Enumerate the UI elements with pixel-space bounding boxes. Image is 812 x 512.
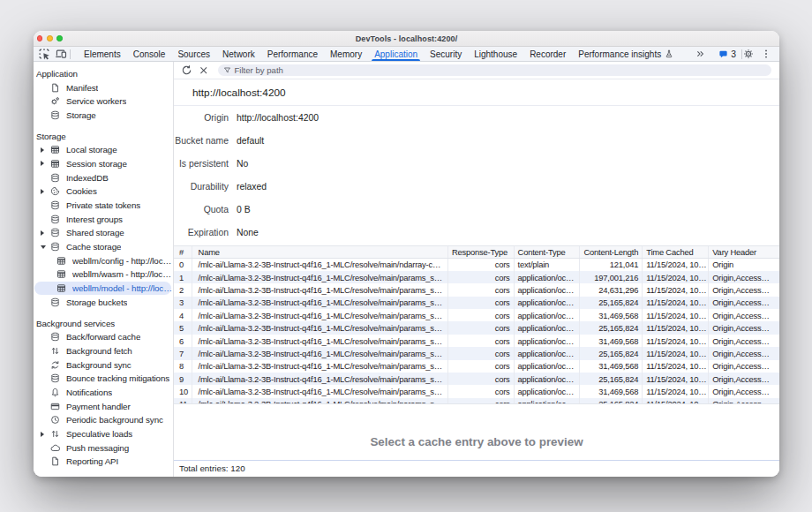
settings-gear-button[interactable] — [743, 49, 754, 59]
column-header-index[interactable]: # — [174, 246, 192, 258]
sidebar-item[interactable]: Cookies — [34, 184, 173, 199]
chevron-right-icon[interactable] — [41, 147, 44, 153]
panel-tab[interactable]: Network — [216, 47, 261, 61]
close-window-button[interactable] — [37, 35, 42, 41]
filter-input[interactable]: Filter by path — [218, 64, 772, 76]
panel-tab[interactable]: Performance insights — [572, 47, 680, 61]
panel-tab[interactable]: Application — [368, 47, 424, 61]
cell-content-type: application/oc… — [515, 283, 581, 296]
cache-entry-row[interactable]: 10 /mlc-ai/Llama-3.2-3B-Instruct-q4f16_1… — [174, 385, 779, 397]
sidebar-item[interactable]: webllm/config - http://loc… — [34, 253, 173, 267]
sidebar-item[interactable]: Session storage — [34, 157, 173, 171]
sidebar-item[interactable]: Cache storage — [34, 240, 173, 254]
sidebar-item[interactable]: Notifications — [34, 386, 173, 400]
sidebar-item[interactable]: Storage buckets — [34, 296, 173, 310]
cell-time-cached: 11/15/2024, 10… — [643, 373, 709, 385]
chevron-down-icon[interactable] — [41, 245, 46, 249]
column-header-name[interactable]: Name — [192, 246, 448, 258]
cache-storage-panel: Filter by path http://localhost:4200 Ori… — [174, 62, 779, 477]
sidebar-item-label: Storage — [66, 110, 96, 120]
sidebar-item[interactable]: Shared storage — [34, 226, 173, 240]
table-icon — [50, 145, 60, 154]
device-toolbar-button[interactable] — [55, 48, 67, 60]
cache-entry-row[interactable]: 0 /mlc-ai/Llama-3.2-3B-Instruct-q4f16_1-… — [174, 259, 779, 271]
panel-tab-label: Memory — [330, 49, 362, 59]
sidebar-item[interactable]: webllm/model - http://loc… — [34, 282, 173, 296]
cell-name: /mlc-ai/Llama-3.2-3B-Instruct-q4f16_1-ML… — [192, 398, 448, 403]
panel-tab[interactable]: Memory — [324, 47, 368, 61]
sidebar-item[interactable]: Bounce tracking mitigations — [34, 372, 173, 386]
sidebar-item[interactable]: Speculative loads — [34, 427, 173, 441]
sidebar-item-label: Periodic background sync — [66, 415, 163, 425]
sidebar-item[interactable]: Periodic background sync — [34, 413, 173, 427]
cell-time-cached: 11/15/2024, 10… — [643, 283, 709, 296]
cell-vary-header: Origin,Access… — [709, 360, 779, 373]
sidebar-item[interactable]: Service workers — [34, 94, 173, 109]
document-icon — [50, 83, 60, 93]
cell-response-type: cors — [448, 297, 515, 309]
chevron-right-icon[interactable] — [41, 189, 44, 194]
panel-tab[interactable]: Elements — [78, 47, 127, 61]
sidebar-item[interactable]: Local storage — [34, 143, 173, 157]
panel-tab[interactable]: Sources — [171, 47, 216, 61]
cache-entry-row[interactable]: 11 /mlc-ai/Llama-3.2-3B-Instruct-q4f16_1… — [174, 398, 779, 403]
sidebar-item[interactable]: Payment handler — [34, 399, 173, 413]
cache-entry-row[interactable]: 1 /mlc-ai/Llama-3.2-3B-Instruct-q4f16_1-… — [174, 271, 779, 283]
cache-entry-row[interactable]: 8 /mlc-ai/Llama-3.2-3B-Instruct-q4f16_1-… — [174, 360, 779, 373]
sidebar-item[interactable]: Back/forward cache — [34, 330, 173, 344]
sidebar-item[interactable]: Manifest — [34, 80, 173, 94]
column-header-content-length[interactable]: Content-Length — [580, 246, 643, 258]
column-header-time-cached[interactable]: Time Cached — [643, 246, 709, 258]
column-header-content-type[interactable]: Content-Type — [515, 246, 581, 258]
table-icon — [56, 283, 66, 293]
panel-tab[interactable]: Console — [127, 47, 172, 61]
panel-tab[interactable]: Lighthouse — [468, 47, 523, 61]
panel-tab[interactable]: Recorder — [523, 47, 572, 61]
sidebar-item[interactable]: IndexedDB — [34, 170, 173, 184]
sidebar-item[interactable]: webllm/wasm - http://loca… — [34, 267, 173, 282]
panel-tab[interactable]: Performance — [261, 47, 324, 61]
cache-entry-row[interactable]: 2 /mlc-ai/Llama-3.2-3B-Instruct-q4f16_1-… — [174, 283, 779, 296]
cache-entry-row[interactable]: 9 /mlc-ai/Llama-3.2-3B-Instruct-q4f16_1-… — [174, 373, 779, 385]
panel-tab[interactable]: Security — [424, 47, 468, 61]
sidebar-item-label: Local storage — [66, 145, 117, 154]
sidebar-item[interactable]: Background sync — [34, 358, 173, 372]
zoom-window-button[interactable] — [56, 35, 62, 41]
column-header-vary-header[interactable]: Vary Header — [709, 246, 779, 258]
cell-content-type: application/oc… — [515, 271, 581, 283]
chevron-right-icon[interactable] — [41, 161, 44, 166]
panel-tab-label: Sources — [177, 49, 210, 59]
sidebar-item[interactable]: Storage — [34, 109, 173, 123]
chevron-right-icon[interactable] — [41, 432, 44, 437]
cell-index: 4 — [174, 309, 192, 321]
minimize-window-button[interactable] — [47, 35, 52, 41]
console-messages-indicator[interactable]: 3 — [718, 49, 736, 59]
sidebar-item-label: Background services — [36, 319, 115, 328]
sidebar-item[interactable]: Interest groups — [34, 212, 173, 226]
cache-entry-row[interactable]: 7 /mlc-ai/Llama-3.2-3B-Instruct-q4f16_1-… — [174, 347, 779, 359]
cell-index: 11 — [174, 398, 192, 403]
sidebar-item-label: Payment handler — [66, 402, 131, 411]
cell-vary-header: Origin,Access… — [709, 271, 779, 283]
cookie-icon — [50, 186, 60, 196]
inspect-element-button[interactable] — [38, 48, 50, 60]
more-tabs-button[interactable] — [695, 49, 705, 59]
metadata-row: Origin http://localhost:4200 — [174, 106, 779, 129]
customize-devtools-button[interactable] — [761, 49, 771, 59]
cache-entry-row[interactable]: 5 /mlc-ai/Llama-3.2-3B-Instruct-q4f16_1-… — [174, 321, 779, 334]
refresh-button[interactable] — [181, 64, 192, 76]
cell-response-type: cors — [448, 259, 515, 271]
metadata-key: Bucket name — [174, 136, 229, 146]
cache-entry-row[interactable]: 4 /mlc-ai/Llama-3.2-3B-Instruct-q4f16_1-… — [174, 309, 779, 321]
delete-selected-button[interactable] — [199, 65, 209, 76]
cache-entry-row[interactable]: 3 /mlc-ai/Llama-3.2-3B-Instruct-q4f16_1-… — [174, 297, 779, 309]
chevron-right-icon[interactable] — [41, 230, 44, 236]
cache-entry-row[interactable]: 6 /mlc-ai/Llama-3.2-3B-Instruct-q4f16_1-… — [174, 335, 779, 347]
sidebar-item[interactable]: Push messaging — [34, 440, 173, 455]
sidebar-item[interactable]: Private state tokens — [34, 199, 173, 213]
cell-vary-header: Origin,Access… — [709, 373, 779, 385]
column-header-response-type[interactable]: Response-Type — [448, 246, 515, 258]
sidebar-item[interactable]: Reporting API — [34, 455, 173, 469]
sidebar-item[interactable]: Background fetch — [34, 344, 173, 358]
database-icon — [50, 228, 60, 237]
